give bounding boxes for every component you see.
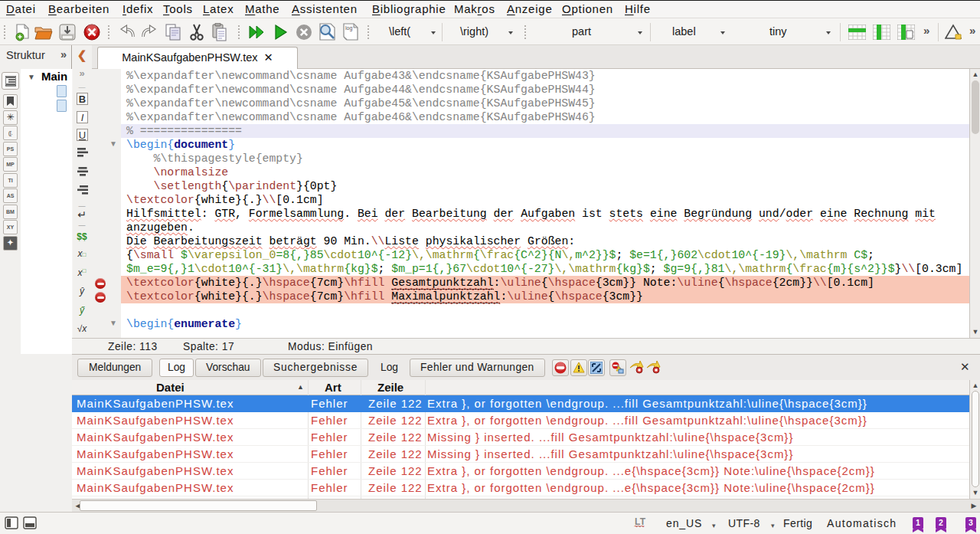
svg-text:log: log <box>345 25 352 31</box>
